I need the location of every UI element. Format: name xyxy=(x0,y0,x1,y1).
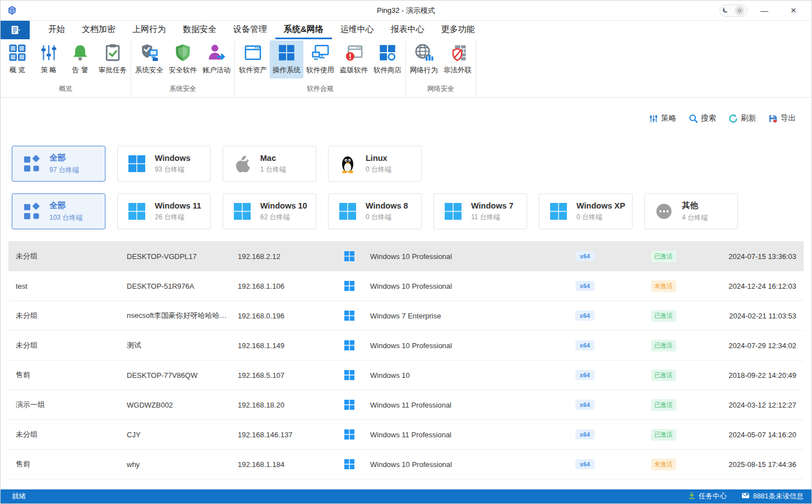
activation-status-badge: 已激活 xyxy=(651,310,676,322)
filter-card[interactable]: Windows 10 62 台终端 xyxy=(223,193,316,229)
filter-card-count: 0 台终端 xyxy=(366,212,408,222)
ribbon-group-system-security: 系统安全 安全软件 账户活动 系统安全 xyxy=(131,40,235,97)
menu-tab-label: 设备管理 xyxy=(233,24,267,35)
theme-toggle[interactable] xyxy=(719,4,748,17)
ribbon-item[interactable]: 策 略 xyxy=(33,40,64,78)
filter-card[interactable]: 全部 97 台终端 xyxy=(12,146,105,182)
report-time-cell: 2024-07-15 13:36:03 xyxy=(711,252,796,261)
ribbon-item[interactable]: 操作系统 xyxy=(270,40,303,78)
os-name-cell: Windows 11 Professional xyxy=(365,401,554,409)
task-center-button[interactable]: 任务中心 xyxy=(688,492,727,501)
os-name-cell: Windows 10 Professional xyxy=(365,341,554,350)
terminal-row[interactable]: test DESKTOP-51R976A 192.168.1.106 Windo… xyxy=(8,271,804,301)
ribbon-item[interactable]: 网络行为 xyxy=(407,40,441,78)
toolbar-action-button[interactable]: 导出 xyxy=(768,113,796,123)
terminal-row[interactable]: 未分组 DESKTOP-VGDPL17 192.168.2.12 Windows… xyxy=(8,242,804,271)
filter-card-title: Windows XP xyxy=(576,201,625,210)
group-cell: 未分组 xyxy=(16,340,127,350)
terminal-row[interactable]: 演示一组 WGDWZB002 192.168.18.20 Windows 11 … xyxy=(8,390,804,420)
terminal-row[interactable]: 售前 why 192.168.1.184 Windows 10 Professi… xyxy=(8,450,804,479)
windows2-icon xyxy=(127,201,147,221)
ribbon-item-label: 审批任务 xyxy=(99,66,127,75)
menu-tab[interactable]: 上网行为 xyxy=(124,21,174,39)
filter-card-title: Windows 11 xyxy=(155,201,201,210)
windows-os-icon xyxy=(344,429,365,440)
menu-tab[interactable]: 运维中心 xyxy=(332,21,382,39)
filter-card-count: 1 台终端 xyxy=(260,165,286,174)
sun-icon[interactable] xyxy=(735,6,745,16)
windows2-icon xyxy=(443,201,463,221)
ribbon-item[interactable]: 系统安全 xyxy=(132,40,166,78)
arch-badge: x64 xyxy=(575,459,594,469)
menu-tab[interactable]: 更多功能 xyxy=(433,21,483,39)
activation-status-badge: 已激活 xyxy=(651,340,676,352)
act-search-icon xyxy=(689,114,698,123)
filter-card-count: 0 台终端 xyxy=(366,165,391,174)
filter-card-count: 62 台终端 xyxy=(260,212,307,222)
report-time-cell: 2018-09-22 14:20:49 xyxy=(711,371,796,380)
filter-card[interactable]: Windows XP 0 台终端 xyxy=(539,193,633,229)
filter-card[interactable]: 其他 4 台终端 xyxy=(644,193,738,229)
ribbon-item-label: 操作系统 xyxy=(273,66,301,75)
minimize-button[interactable]: — xyxy=(752,2,777,19)
ribbon-item[interactable]: 盗版软件 xyxy=(337,40,371,78)
menu-tab[interactable]: 设备管理 xyxy=(225,21,275,39)
terminal-row[interactable]: 未分组 CJY 192.168.146.137 Windows 11 Profe… xyxy=(8,420,804,450)
title-bar: Ping32 - 演示模式 — × xyxy=(1,1,811,21)
app-menu-button[interactable] xyxy=(1,21,30,39)
computer-name-cell: WGDWZB002 xyxy=(127,401,238,409)
overview-grid-icon xyxy=(7,43,27,63)
monitors-icon xyxy=(310,43,330,63)
menu-tab[interactable]: 数据安全 xyxy=(174,21,225,39)
ribbon-item[interactable]: 非法外联 xyxy=(441,40,474,78)
filter-card[interactable]: Linux 0 台终端 xyxy=(328,146,422,182)
ribbon-item[interactable]: 概 览 xyxy=(2,40,33,78)
terminal-row[interactable]: 售前 DESKTOP-77V86QW 192.168.5.107 Windows… xyxy=(8,360,804,390)
ribbon-item[interactable]: 软件使用 xyxy=(303,40,337,78)
menu-tab[interactable]: 开始 xyxy=(40,21,73,39)
activation-status-badge: 未激活 xyxy=(651,280,676,292)
filter-card-title: Windows 10 xyxy=(260,201,307,210)
unread-messages-button[interactable]: 8881条未读信息 xyxy=(741,492,804,501)
ribbon-item[interactable]: 账户活动 xyxy=(200,40,233,78)
menu-tab[interactable]: 文档加密 xyxy=(73,21,124,39)
toolbar-action-label: 刷新 xyxy=(741,113,756,123)
menu-tab[interactable]: 系统&网络 xyxy=(275,21,332,39)
ribbon-item-label: 软件资产 xyxy=(239,66,267,75)
filter-card[interactable]: Windows 8 0 台终端 xyxy=(328,193,422,229)
moon-icon[interactable] xyxy=(722,7,730,14)
os-name-cell: Windows 10 Professional xyxy=(365,282,554,290)
toolbar-action-button[interactable]: 刷新 xyxy=(728,113,756,123)
ribbon-item-label: 安全软件 xyxy=(169,66,197,75)
ribbon-item[interactable]: 告 警 xyxy=(64,40,96,78)
ribbon-item[interactable]: 软件商店 xyxy=(371,40,404,78)
menu-tab-row: 开始 文档加密 上网行为 数据安全 设备管理 系统&网络 运维中心 报表中心 更… xyxy=(1,21,811,39)
toolbar-action-label: 导出 xyxy=(781,113,796,123)
ribbon-group-title: 概览 xyxy=(2,82,130,97)
filter-card[interactable]: Windows 93 台终端 xyxy=(117,146,211,182)
filter-card-count: 11 台终端 xyxy=(471,212,514,222)
terminal-row[interactable]: 未分组 测试 192.168.1.149 Windows 10 Professi… xyxy=(8,331,804,360)
toolbar-action-button[interactable]: 搜索 xyxy=(689,113,716,123)
windows-os-icon xyxy=(344,251,365,261)
terminal-row[interactable]: 未分组 nsecsoft李国豪你好呀哈哈哈哈哈... 192.168.0.196… xyxy=(8,301,804,331)
ribbon-item[interactable]: 安全软件 xyxy=(166,40,200,78)
close-button[interactable]: × xyxy=(781,2,806,19)
filter-card[interactable]: Mac 1 台终端 xyxy=(223,146,316,182)
ip-cell: 192.168.1.184 xyxy=(238,460,344,469)
group-cell: 售前 xyxy=(16,370,127,380)
os-family-filter-cards: 全部 97 台终端 Windows 93 台终端 Mac 1 台终端 Linux… xyxy=(12,146,811,182)
ribbon-item[interactable]: 软件资产 xyxy=(236,40,270,78)
ribbon-item[interactable]: 审批任务 xyxy=(96,40,130,78)
ribbon-item-label: 网络行为 xyxy=(410,66,438,75)
os-name-cell: Windows 10 Professional xyxy=(365,460,554,469)
report-time-cell: 2024-02-21 11:03:53 xyxy=(711,312,796,320)
toolbar-action-button[interactable]: 策略 xyxy=(649,113,676,123)
menu-tab[interactable]: 报表中心 xyxy=(382,21,433,39)
menu-tab-label: 报表中心 xyxy=(391,24,425,35)
filter-card[interactable]: 全部 103 台终端 xyxy=(12,193,105,229)
filter-card[interactable]: Windows 7 11 台终端 xyxy=(433,193,527,229)
filter-card-count: 97 台终端 xyxy=(49,165,79,175)
filter-card[interactable]: Windows 11 26 台终端 xyxy=(117,193,211,229)
status-ready-label: 就绪 xyxy=(12,492,26,501)
